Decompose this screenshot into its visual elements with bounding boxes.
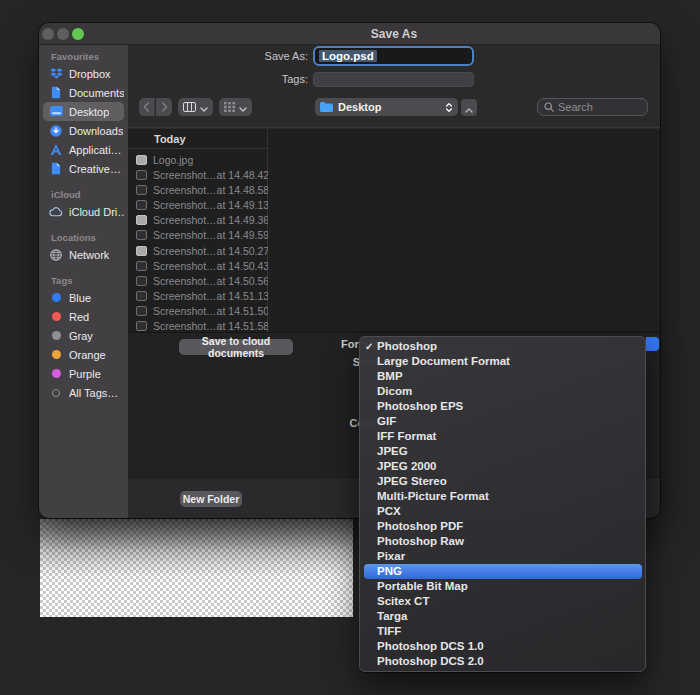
- menu-item-pcx[interactable]: PCX: [364, 504, 642, 519]
- sidebar-item-dropbox[interactable]: Dropbox: [43, 64, 124, 83]
- menu-item-photoshop-pdf[interactable]: Photoshop PDF: [364, 519, 642, 534]
- sidebar-item-label: Downloads: [69, 125, 123, 137]
- menu-item-dicom[interactable]: Dicom: [364, 384, 642, 399]
- collapse-button[interactable]: [461, 99, 477, 116]
- menu-item-gif[interactable]: GIF: [364, 414, 642, 429]
- window-title: Save As: [128, 23, 660, 45]
- chevron-down-icon: [239, 98, 247, 116]
- menu-item-photoshop-raw[interactable]: Photoshop Raw: [364, 534, 642, 549]
- file-name: Screenshot…at 14.50.56: [153, 275, 268, 287]
- sidebar-section: iCloudiCloud Dri…: [39, 187, 128, 221]
- sidebar-item-red[interactable]: Red: [43, 307, 124, 326]
- filename-selected-text: Logo.psd: [319, 50, 377, 62]
- sidebar-item-label: iCloud Dri…: [69, 206, 124, 218]
- file-row[interactable]: Screenshot…at 14.51.50: [128, 304, 268, 319]
- forward-button[interactable]: [156, 98, 172, 116]
- file-list-column: Today Logo.jpgScreenshot…at 14.48.42Scre…: [128, 129, 268, 332]
- filename-input[interactable]: Logo.psd: [313, 46, 474, 66]
- sidebar-item-desktop[interactable]: Desktop: [43, 102, 124, 121]
- save-as-label: Save As:: [128, 50, 308, 62]
- sidebar-section: LocationsNetwork: [39, 230, 128, 264]
- menu-item-multi-picture-format[interactable]: Multi-Picture Format: [364, 489, 642, 504]
- group-view-button[interactable]: [219, 98, 252, 116]
- file-row[interactable]: Screenshot…at 14.50.56: [128, 273, 268, 288]
- document-icon: [49, 86, 63, 99]
- new-folder-button[interactable]: New Folder: [180, 491, 242, 507]
- tag-dot: [49, 331, 63, 340]
- sidebar-item-label: Red: [69, 311, 89, 323]
- downloads-icon: [49, 125, 63, 137]
- sidebar-item-orange[interactable]: Orange: [43, 345, 124, 364]
- menu-item-label: Large Document Format: [377, 355, 510, 367]
- file-row[interactable]: Screenshot…at 14.48.58: [128, 182, 268, 197]
- menu-item-label: PCX: [377, 505, 401, 517]
- sidebar-item-label: Purple: [69, 368, 101, 380]
- tag-dot: [49, 293, 63, 302]
- sidebar-item-creative[interactable]: Creative…: [43, 159, 124, 178]
- tags-label: Tags:: [128, 73, 308, 85]
- column-view-button[interactable]: [178, 98, 213, 116]
- file-row[interactable]: Screenshot…at 14.50.43: [128, 258, 268, 273]
- menu-item-label: Photoshop: [377, 340, 437, 352]
- sidebar-item-network[interactable]: Network: [43, 245, 124, 264]
- sidebar-item-blue[interactable]: Blue: [43, 288, 124, 307]
- file-row[interactable]: Screenshot…at 14.49.36: [128, 213, 268, 228]
- menu-item-photoshop[interactable]: ✓Photoshop: [364, 339, 642, 354]
- sidebar-item-icloud-dri[interactable]: iCloud Dri…: [43, 202, 124, 221]
- file-row[interactable]: Screenshot…at 14.49.13: [128, 198, 268, 213]
- menu-item-photoshop-dcs-2-0[interactable]: Photoshop DCS 2.0: [364, 654, 642, 669]
- menu-item-jpeg[interactable]: JPEG: [364, 444, 642, 459]
- menu-item-label: Targa: [377, 610, 407, 622]
- sidebar-item-gray[interactable]: Gray: [43, 326, 124, 345]
- filename-pane: Save As: Logo.psd Tags:: [128, 45, 660, 128]
- file-name: Screenshot…at 14.51.13: [153, 290, 268, 302]
- sidebar-item-applicati[interactable]: Applicati…: [43, 140, 124, 159]
- menu-item-pixar[interactable]: Pixar: [364, 549, 642, 564]
- file-name: Screenshot…at 14.50.27: [153, 245, 268, 257]
- file-row[interactable]: Screenshot…at 14.49.59: [128, 228, 268, 243]
- minimize-button[interactable]: [57, 28, 69, 40]
- save-to-cloud-button[interactable]: Save to cloud documents: [179, 339, 293, 355]
- menu-item-large-document-format[interactable]: Large Document Format: [364, 354, 642, 369]
- file-row[interactable]: Screenshot…at 14.51.13: [128, 289, 268, 304]
- search-placeholder: Search: [558, 101, 593, 113]
- thumbnail-light: [136, 246, 147, 256]
- thumbnail-dark: [136, 170, 147, 180]
- menu-item-portable-bit-map[interactable]: Portable Bit Map: [364, 579, 642, 594]
- search-input[interactable]: Search: [537, 98, 648, 116]
- menu-item-photoshop-eps[interactable]: Photoshop EPS: [364, 399, 642, 414]
- menu-item-label: Photoshop PDF: [377, 520, 463, 532]
- sidebar-item-documents[interactable]: Documents: [43, 83, 124, 102]
- menu-item-jpeg-2000[interactable]: JPEG 2000: [364, 459, 642, 474]
- file-row[interactable]: Logo.jpg: [128, 152, 268, 167]
- menu-item-label: Photoshop EPS: [377, 400, 463, 412]
- tags-input[interactable]: [313, 72, 474, 87]
- back-button[interactable]: [139, 98, 155, 116]
- file-row[interactable]: Screenshot…at 14.48.42: [128, 167, 268, 182]
- menu-item-iff-format[interactable]: IFF Format: [364, 429, 642, 444]
- menu-item-label: Pixar: [377, 550, 405, 562]
- tag-dot: [49, 312, 63, 321]
- sidebar-item-downloads[interactable]: Downloads: [43, 121, 124, 140]
- location-popup-value: Desktop: [338, 101, 381, 113]
- menu-item-jpeg-stereo[interactable]: JPEG Stereo: [364, 474, 642, 489]
- file-browser: Today Logo.jpgScreenshot…at 14.48.42Scre…: [128, 129, 660, 332]
- thumbnail-light: [136, 215, 147, 225]
- location-popup[interactable]: Desktop: [315, 98, 458, 116]
- sidebar-item-all-tags[interactable]: All Tags…: [43, 383, 124, 402]
- file-row[interactable]: Screenshot…at 14.50.27: [128, 243, 268, 258]
- menu-item-bmp[interactable]: BMP: [364, 369, 642, 384]
- format-popup-edge[interactable]: [646, 337, 659, 351]
- menu-item-label: PNG: [377, 565, 402, 577]
- zoom-button[interactable]: [72, 28, 84, 40]
- file-name: Screenshot…at 14.50.43: [153, 260, 268, 272]
- menu-item-label: Photoshop Raw: [377, 535, 464, 547]
- close-button[interactable]: [42, 28, 54, 40]
- menu-item-tiff[interactable]: TIFF: [364, 624, 642, 639]
- sidebar-item-purple[interactable]: Purple: [43, 364, 124, 383]
- menu-item-scitex-ct[interactable]: Scitex CT: [364, 594, 642, 609]
- menu-item-targa[interactable]: Targa: [364, 609, 642, 624]
- menu-item-png[interactable]: PNG: [364, 564, 642, 579]
- menu-item-photoshop-dcs-1-0[interactable]: Photoshop DCS 1.0: [364, 639, 642, 654]
- sidebar-section-header: Favourites: [39, 49, 128, 64]
